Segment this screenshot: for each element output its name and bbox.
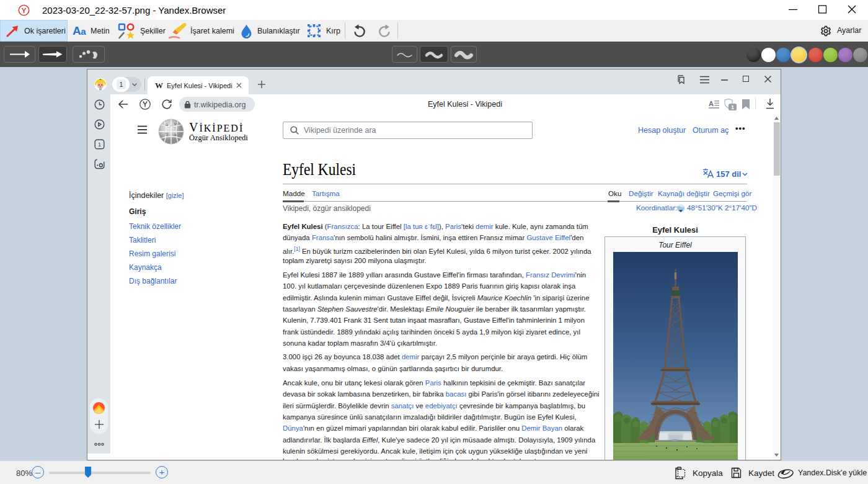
svg-text:1: 1	[731, 104, 734, 110]
svg-text:W: W	[174, 122, 177, 126]
svg-text:A: A	[709, 100, 714, 107]
svg-text:1: 1	[98, 141, 101, 148]
svg-text:Ω: Ω	[166, 123, 169, 127]
svg-text:Y: Y	[22, 7, 27, 14]
svg-text:A: A	[174, 133, 177, 137]
svg-text:字: 字	[165, 132, 169, 137]
